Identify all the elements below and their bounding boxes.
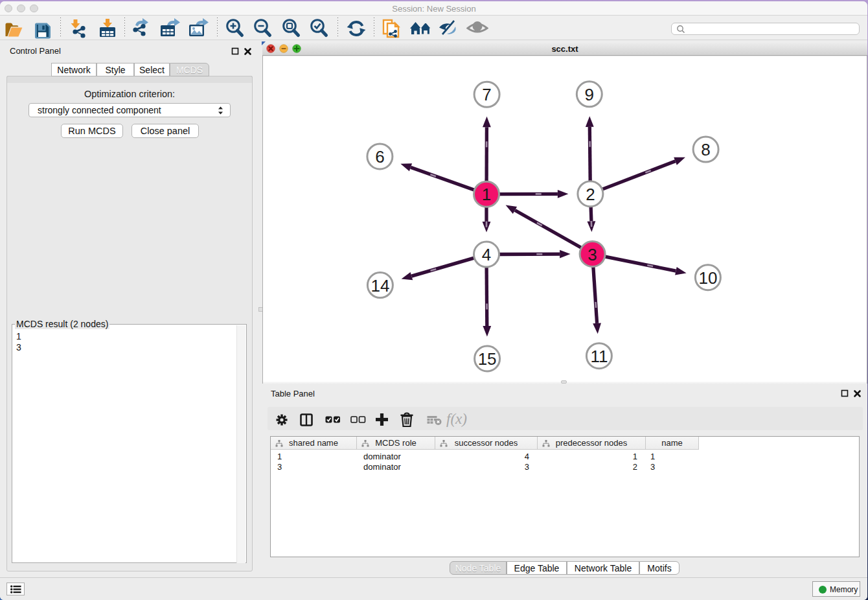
svg-text:9: 9: [585, 85, 594, 104]
svg-text:8: 8: [701, 140, 710, 159]
svg-text:3: 3: [588, 245, 597, 264]
svg-text:11: 11: [590, 347, 608, 366]
svg-text:2: 2: [586, 185, 595, 204]
svg-text:14: 14: [371, 276, 389, 295]
svg-text:1: 1: [482, 185, 491, 204]
svg-text:7: 7: [482, 85, 491, 104]
svg-text:15: 15: [478, 349, 497, 369]
svg-text:4: 4: [482, 245, 491, 264]
svg-text:6: 6: [375, 147, 384, 167]
svg-text:10: 10: [698, 268, 717, 288]
